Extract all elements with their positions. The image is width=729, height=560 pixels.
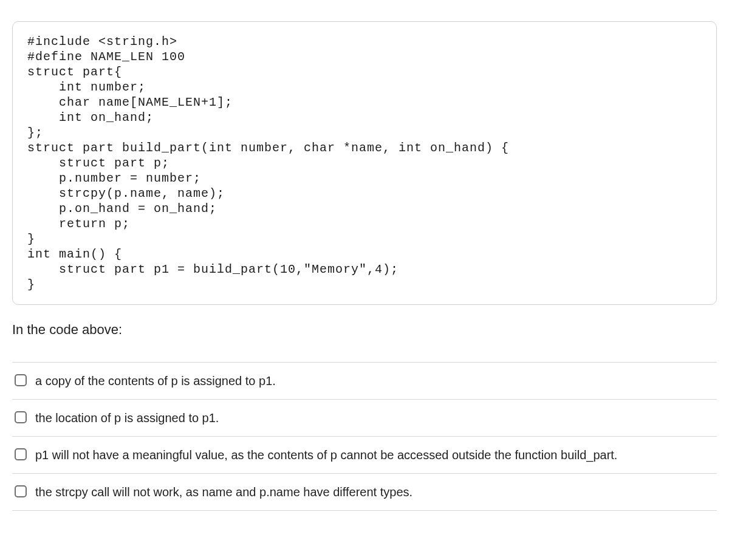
- question-prompt: In the code above:: [12, 322, 717, 338]
- option-label: p1 will not have a meaningful value, as …: [35, 446, 714, 463]
- option-label: a copy of the contents of p is assigned …: [35, 372, 714, 389]
- option-row: p1 will not have a meaningful value, as …: [12, 436, 717, 473]
- code-block: #include <string.h> #define NAME_LEN 100…: [12, 21, 717, 305]
- option-row: the location of p is assigned to p1.: [12, 399, 717, 436]
- option-label: the strcpy call will not work, as name a…: [35, 483, 714, 500]
- option-checkbox-2[interactable]: [15, 411, 27, 423]
- option-row: the strcpy call will not work, as name a…: [12, 473, 717, 511]
- option-checkbox-1[interactable]: [15, 374, 27, 386]
- option-label: the location of p is assigned to p1.: [35, 409, 714, 426]
- option-checkbox-4[interactable]: [15, 485, 27, 497]
- options-list: a copy of the contents of p is assigned …: [12, 362, 717, 511]
- option-checkbox-3[interactable]: [15, 448, 27, 460]
- question-container: #include <string.h> #define NAME_LEN 100…: [0, 21, 729, 511]
- option-row: a copy of the contents of p is assigned …: [12, 362, 717, 399]
